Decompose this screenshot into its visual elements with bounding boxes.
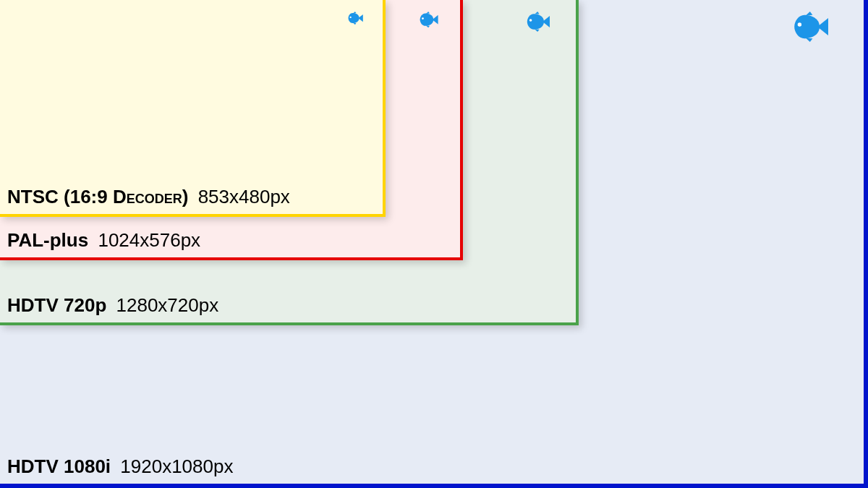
fish-icon [348, 12, 367, 25]
svg-point-0 [798, 22, 801, 26]
format-dimensions: 1280x720px [116, 294, 219, 316]
box-ntsc: NTSC (16:9 Decoder) 853x480px [0, 0, 386, 217]
label-ntsc: NTSC (16:9 Decoder) 853x480px [7, 186, 290, 208]
fish-icon [527, 12, 556, 32]
format-qualifier: (16:9 Decoder) [64, 186, 188, 207]
format-name: HDTV 720p [7, 294, 106, 316]
label-pal-plus: PAL-plus 1024x576px [7, 229, 200, 252]
resolution-comparison-diagram: HDTV 1080i 1920x1080px HDTV 720p 1280x72… [0, 0, 868, 488]
format-name: NTSC [7, 186, 59, 207]
format-dimensions: 1024x576px [98, 229, 200, 251]
format-dimensions: 853x480px [198, 186, 290, 207]
format-name: HDTV 1080i [7, 455, 111, 477]
format-dimensions: 1920x1080px [120, 455, 233, 477]
format-name: PAL-plus [7, 229, 88, 251]
svg-point-2 [422, 17, 424, 20]
svg-point-3 [349, 17, 351, 18]
svg-point-1 [529, 19, 532, 22]
fish-icon [793, 12, 837, 42]
label-hdtv-1080i: HDTV 1080i 1920x1080px [7, 455, 233, 478]
fish-icon [420, 12, 443, 27]
label-hdtv-720p: HDTV 720p 1280x720px [7, 294, 218, 317]
